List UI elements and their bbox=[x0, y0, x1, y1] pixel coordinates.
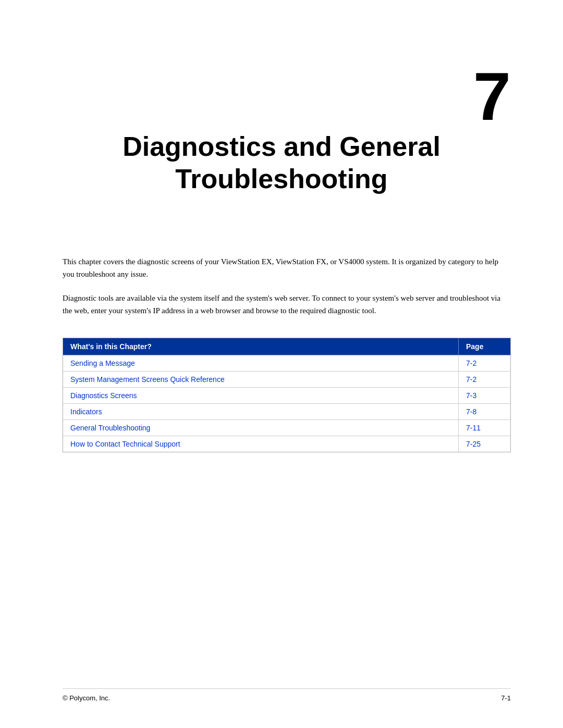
row-3-label[interactable]: Diagnostics Screens bbox=[63, 388, 458, 403]
footer: © Polycom, Inc. 7-1 bbox=[63, 688, 511, 702]
row-1-page[interactable]: 7-2 bbox=[458, 355, 510, 371]
intro-paragraph-2: Diagnostic tools are available via the s… bbox=[63, 292, 511, 317]
row-2-page[interactable]: 7-2 bbox=[458, 372, 510, 387]
chapter-number: 7 bbox=[473, 63, 511, 130]
footer-page-number: 7-1 bbox=[501, 694, 511, 702]
footer-copyright: © Polycom, Inc. bbox=[63, 694, 110, 702]
intro-paragraph-1: This chapter covers the diagnostic scree… bbox=[63, 255, 511, 280]
table-row: How to Contact Technical Support 7-25 bbox=[63, 436, 510, 452]
table-row: System Management Screens Quick Referenc… bbox=[63, 372, 510, 388]
row-4-label[interactable]: Indicators bbox=[63, 404, 458, 419]
chapter-title: Diagnostics and General Troubleshooting bbox=[99, 130, 464, 195]
row-4-page[interactable]: 7-8 bbox=[458, 404, 510, 419]
row-2-label[interactable]: System Management Screens Quick Referenc… bbox=[63, 372, 458, 387]
content-area: This chapter covers the diagnostic scree… bbox=[63, 255, 511, 452]
table-row: Indicators 7-8 bbox=[63, 404, 510, 420]
table-row: Sending a Message 7-2 bbox=[63, 355, 510, 372]
table-header-col1: What's in this Chapter? bbox=[63, 338, 458, 355]
table-header-col2: Page bbox=[458, 338, 510, 355]
table-row: General Troubleshooting 7-11 bbox=[63, 420, 510, 436]
row-5-label[interactable]: General Troubleshooting bbox=[63, 420, 458, 436]
table-header-row: What's in this Chapter? Page bbox=[63, 338, 510, 355]
row-6-page[interactable]: 7-25 bbox=[458, 436, 510, 452]
table-row: Diagnostics Screens 7-3 bbox=[63, 388, 510, 404]
page: 7 Diagnostics and General Troubleshootin… bbox=[0, 0, 563, 728]
contents-table: What's in this Chapter? Page Sending a M… bbox=[63, 338, 511, 452]
row-3-page[interactable]: 7-3 bbox=[458, 388, 510, 403]
row-5-page[interactable]: 7-11 bbox=[458, 420, 510, 436]
row-6-label[interactable]: How to Contact Technical Support bbox=[63, 436, 458, 452]
row-1-label[interactable]: Sending a Message bbox=[63, 355, 458, 371]
